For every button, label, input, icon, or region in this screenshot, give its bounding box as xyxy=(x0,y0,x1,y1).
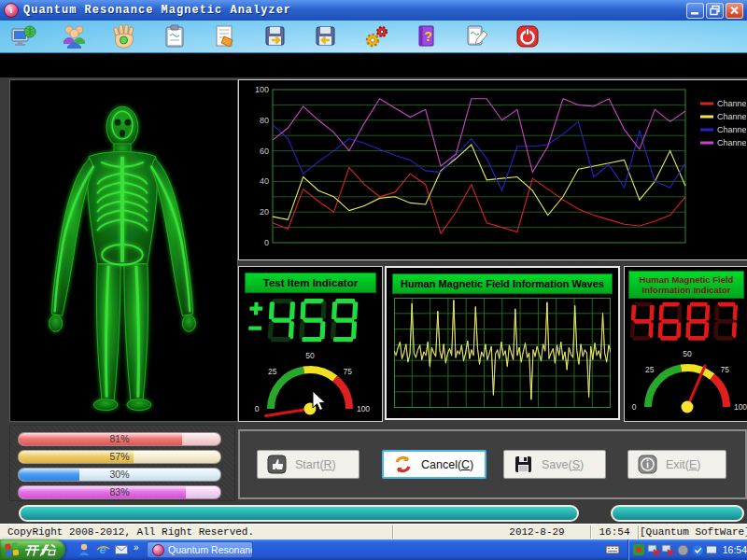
windows-taskbar: e » Quantum Resonanc... 16:54 xyxy=(0,539,747,560)
quicklaunch-messenger-icon[interactable] xyxy=(77,542,92,557)
close-icon xyxy=(731,7,738,14)
progress-bar-3: 30% xyxy=(18,468,221,482)
gauge-tick-label: 50 xyxy=(305,351,315,360)
y-axis-tick: 60 xyxy=(260,147,269,156)
keyboard-layout-icon[interactable] xyxy=(605,542,621,560)
minimize-icon xyxy=(691,12,698,15)
test-item-led-display xyxy=(248,297,364,347)
tray-update-icon[interactable] xyxy=(691,543,705,557)
members-icon[interactable] xyxy=(60,22,88,50)
minimize-button[interactable] xyxy=(686,3,704,19)
info-icon xyxy=(638,455,657,474)
quicklaunch-mail-icon[interactable] xyxy=(114,542,129,557)
start-menu-button[interactable] xyxy=(0,539,65,560)
windows-logo-icon xyxy=(5,542,20,557)
cancel-button[interactable]: Cancel(C) xyxy=(382,450,486,479)
progress-panel: 81% 57% 30% 83% xyxy=(9,425,235,501)
save-out-icon[interactable] xyxy=(261,22,289,50)
hmf-banner-line1: Human Magnetic Field xyxy=(640,274,734,285)
legend-label: Channel1 xyxy=(717,99,746,108)
start-button[interactable]: Start(R) xyxy=(257,450,359,479)
channels-line-chart: 020406080100Channel1Channel2Channel3Chan… xyxy=(239,80,747,261)
tray-display-icon[interactable] xyxy=(705,543,719,557)
chart-line-Channel3 xyxy=(273,121,685,190)
gauge-arc xyxy=(712,377,726,407)
progress-bar-4: 83% xyxy=(18,485,221,499)
restore-icon xyxy=(708,4,722,17)
prescription-icon[interactable] xyxy=(463,22,491,50)
gauge-arc xyxy=(271,371,303,410)
floppy-icon xyxy=(514,455,533,474)
progress-label-3: 30% xyxy=(19,469,220,481)
app-window: i Quantum Resonance Magnetic Analyzer ? xyxy=(0,0,747,560)
quicklaunch-ie-icon[interactable]: e xyxy=(95,542,110,557)
app-icon: i xyxy=(4,3,19,18)
thumb-up-icon xyxy=(267,455,287,474)
y-axis-tick: 20 xyxy=(260,207,269,217)
window-title: Quantum Resonance Magnetic Analyzer xyxy=(23,4,684,17)
tray-network-disconnected-icon[interactable] xyxy=(647,543,661,557)
gauge-tick-label: 100 xyxy=(357,404,370,413)
test-item-indicator-panel: Test Item Indicator 0255075100 xyxy=(238,266,383,422)
test-item-banner: Test Item Indicator xyxy=(245,273,376,293)
hand-test-icon[interactable] xyxy=(110,22,138,50)
toolbar: ? xyxy=(0,21,747,53)
record-icon[interactable] xyxy=(161,22,189,50)
status-time: 16:54 xyxy=(592,526,637,538)
task-label: Quantum Resonanc... xyxy=(168,544,253,555)
system-icon[interactable] xyxy=(9,22,37,50)
settings-gears-icon[interactable] xyxy=(362,22,390,50)
tray-network2-disconnected-icon[interactable] xyxy=(661,543,675,557)
gauge-tick-label: 100 xyxy=(734,402,747,412)
gauge-tick-label: 25 xyxy=(645,365,655,374)
title-bar: i Quantum Resonance Magnetic Analyzer xyxy=(0,0,747,21)
hmf-banner: Human Magnetic Field Information Indicat… xyxy=(628,271,744,299)
save-in-icon[interactable] xyxy=(312,22,340,50)
progress-bar-2: 57% xyxy=(18,450,221,464)
magnetic-waves-panel: Human Magnetic Field Information Waves xyxy=(385,266,620,420)
progress-label-1: 81% xyxy=(19,433,220,445)
report-icon[interactable] xyxy=(211,22,239,50)
gauge-tick-label: 50 xyxy=(683,349,692,358)
quicklaunch-overflow-chevron[interactable]: » xyxy=(134,542,139,553)
gauge-arc xyxy=(335,379,349,409)
tray-scanner-icon[interactable] xyxy=(632,543,646,557)
gauge-tick-label: 75 xyxy=(721,365,730,374)
start-button-label: Start(R) xyxy=(295,458,336,471)
y-axis-tick: 100 xyxy=(255,85,269,94)
hmf-indicator-panel: Human Magnetic Field Information Indicat… xyxy=(624,266,747,422)
led-minus-sign xyxy=(248,326,261,329)
taskbar-clock: 16:54 xyxy=(723,544,747,555)
body-scan-panel xyxy=(9,79,238,422)
exit-button[interactable]: Exit(E) xyxy=(627,450,726,479)
progress-label-4: 83% xyxy=(19,486,220,498)
cancel-button-label: Cancel(C) xyxy=(421,458,473,471)
gauge-hub xyxy=(304,403,317,415)
start-label-glyphs xyxy=(23,542,57,557)
help-book-icon[interactable]: ? xyxy=(413,22,441,50)
tray-volume-icon[interactable] xyxy=(676,543,690,557)
gauge-tick-label: 25 xyxy=(268,367,277,376)
gauge-hub xyxy=(682,401,694,413)
taskbar-task-button[interactable]: Quantum Resonanc... xyxy=(147,541,253,558)
exit-button-label: Exit(E) xyxy=(666,458,701,471)
restore-button[interactable] xyxy=(706,3,724,19)
progress-label-2: 57% xyxy=(19,451,220,463)
status-date: 2012-8-29 xyxy=(486,526,588,538)
y-axis-tick: 40 xyxy=(260,176,269,186)
save-button[interactable]: Save(S) xyxy=(503,450,606,479)
gauge-tick-label: 75 xyxy=(344,367,353,376)
legend-label: Channel2 xyxy=(717,112,746,121)
status-bar: CopyRight 2008-2012, All Right Reserved.… xyxy=(0,524,747,540)
human-body-xray-image xyxy=(10,80,237,423)
gauge-arc xyxy=(681,368,712,377)
progress-bar-1: 81% xyxy=(18,432,221,446)
gauge-needle xyxy=(266,409,310,416)
y-axis-tick: 0 xyxy=(264,238,269,247)
close-button[interactable] xyxy=(726,3,743,19)
status-product: [Quantum SoftWare] xyxy=(640,526,744,538)
legend-label: Channel3 xyxy=(717,125,746,134)
power-off-icon[interactable] xyxy=(514,22,542,50)
save-button-label: Save(S) xyxy=(542,458,584,471)
bottom-progress-strip-left xyxy=(19,505,579,522)
